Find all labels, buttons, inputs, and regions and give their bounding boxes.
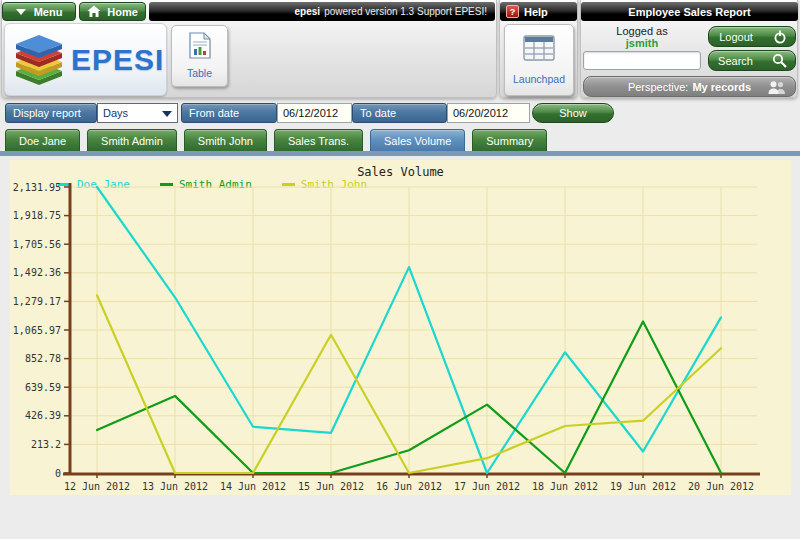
launchpad-grid-icon [523, 35, 555, 61]
sales-volume-line-chart: 2,131.951,918.751,705.561,492.361,279.17… [10, 160, 791, 495]
select-dropdown-arrow-icon [162, 111, 172, 117]
x-tick-label: 18 Jun 2012 [532, 481, 598, 492]
y-tick-label: 852.78 [25, 353, 61, 364]
epesi-logo-panel[interactable]: EPESI [4, 23, 167, 96]
launchpad-button[interactable]: Launchpad [504, 24, 574, 96]
y-tick-label: 1,065.97 [13, 325, 61, 336]
x-tick-label: 20 Jun 2012 [688, 481, 754, 492]
y-tick-label: 1,279.17 [13, 296, 61, 307]
tab-sales-trans[interactable]: Sales Trans. [274, 129, 363, 151]
to-date-input[interactable] [447, 103, 530, 123]
from-date-label: From date [181, 103, 277, 123]
epesi-logo-icon [12, 34, 66, 86]
epesi-logo-text: EPESI [71, 43, 164, 77]
logout-button-label: Logout [709, 31, 763, 43]
menu-button[interactable]: Menu [2, 2, 76, 21]
x-tick-label: 16 Jun 2012 [376, 481, 442, 492]
search-input[interactable] [583, 51, 701, 70]
table-button-label: Table [187, 67, 212, 79]
powered-text[interactable]: powered version 1.3 Support EPESI! [324, 6, 487, 17]
to-date-label: To date [352, 103, 447, 123]
launchpad-button-label: Launchpad [513, 73, 565, 85]
x-tick-label: 19 Jun 2012 [610, 481, 676, 492]
epesi-app-window: Menu Home epesi powered version 1.3 Supp… [0, 0, 800, 539]
tab-smith-john[interactable]: Smith John [184, 129, 267, 151]
perspective-selector[interactable]: Perspective: My records [583, 76, 796, 97]
logout-button[interactable]: Logout [708, 26, 796, 47]
home-button-label: Home [107, 6, 138, 18]
x-tick-label: 14 Jun 2012 [220, 481, 286, 492]
tab-summary[interactable]: Summary [472, 129, 547, 151]
help-label: Help [524, 6, 548, 18]
report-tab-bar: Doe JaneSmith AdminSmith JohnSales Trans… [5, 129, 547, 151]
y-tick-label: 426.39 [25, 410, 61, 421]
display-report-select[interactable]: Days [97, 103, 178, 123]
y-tick-label: 213.2 [31, 439, 61, 450]
x-tick-label: 15 Jun 2012 [298, 481, 364, 492]
perspective-label: Perspective: [628, 81, 689, 93]
y-tick-label: 1,492.36 [13, 267, 61, 278]
y-tick-label: 0 [55, 468, 61, 479]
menu-button-label: Menu [34, 6, 63, 18]
tab-smith-admin[interactable]: Smith Admin [87, 129, 177, 151]
display-report-label: Display report [5, 103, 97, 123]
tab-sales-volume[interactable]: Sales Volume [370, 129, 465, 151]
show-button-label: Show [559, 107, 587, 119]
home-icon [87, 5, 101, 18]
tab-doe-jane[interactable]: Doe Jane [5, 129, 80, 151]
y-tick-label: 2,131.95 [13, 182, 61, 193]
x-tick-label: 17 Jun 2012 [454, 481, 520, 492]
perspective-value: My records [692, 81, 751, 93]
sales-volume-chart-panel: Sales Volume Doe JaneSmith AdminSmith Jo… [10, 160, 791, 495]
from-date-input[interactable] [277, 103, 352, 123]
report-title-bar: Employee Sales Report [581, 2, 798, 21]
display-report-selected-value: Days [103, 107, 128, 119]
x-tick-label: 13 Jun 2012 [142, 481, 208, 492]
logged-as-label: Logged as [581, 25, 703, 37]
x-tick-label: 12 Jun 2012 [64, 481, 130, 492]
table-document-icon [189, 32, 211, 59]
display-report-label-text: Display report [13, 107, 81, 119]
home-button[interactable]: Home [79, 2, 146, 21]
tab-strip-divider [0, 151, 800, 156]
y-tick-label: 1,705.56 [13, 239, 61, 250]
search-button[interactable]: Search [708, 50, 796, 71]
show-button[interactable]: Show [532, 103, 614, 123]
epesi-brand-text: epesi [295, 6, 321, 17]
help-icon: ? [506, 5, 519, 18]
logged-in-username[interactable]: jsmith [581, 37, 703, 49]
y-tick-label: 639.59 [25, 382, 61, 393]
power-icon [773, 30, 787, 44]
search-button-label: Search [709, 55, 762, 67]
help-button[interactable]: ? Help [500, 2, 577, 21]
powered-bar: epesi powered version 1.3 Support EPESI! [149, 2, 495, 21]
search-icon [772, 53, 787, 68]
table-button[interactable]: Table [171, 25, 228, 87]
logged-as-block: Logged as jsmith [581, 25, 703, 49]
people-icon [767, 81, 787, 95]
to-date-label-text: To date [360, 107, 396, 119]
y-tick-label: 1,918.75 [13, 210, 61, 221]
report-title: Employee Sales Report [628, 6, 750, 18]
from-date-label-text: From date [189, 107, 239, 119]
menu-dropdown-icon [16, 9, 26, 15]
